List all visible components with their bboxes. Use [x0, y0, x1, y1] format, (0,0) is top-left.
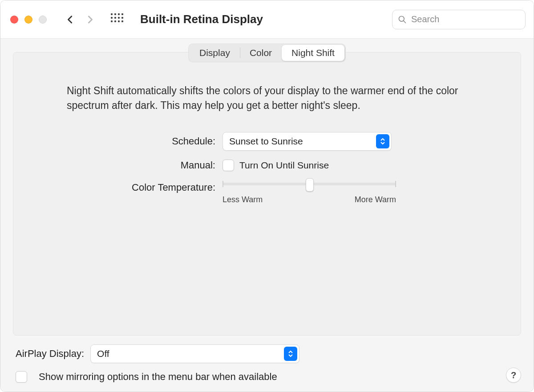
forward-button [85, 15, 95, 24]
slider-track [222, 183, 396, 185]
toolbar: Built-in Retina Display [0, 0, 534, 39]
zoom-window-button [39, 16, 47, 24]
slider-labels: Less Warm More Warm [222, 195, 396, 204]
colortemp-label: Color Temperature: [98, 180, 222, 193]
search-icon [398, 15, 407, 24]
tab-color[interactable]: Color [240, 45, 282, 61]
close-window-button[interactable] [10, 16, 18, 24]
colortemp-row: Color Temperature: Less Warm More Warm [98, 180, 436, 204]
bottom-area: AirPlay Display: Off Show mirroring opti… [13, 336, 521, 383]
night-shift-form: Schedule: Sunset to Sunrise Manual: [98, 132, 436, 204]
popup-stepper-icon [376, 134, 389, 148]
slider-thumb[interactable] [306, 178, 314, 192]
tab-night-shift[interactable]: Night Shift [282, 45, 344, 61]
night-shift-description: Night Shift automatically shifts the col… [67, 84, 467, 113]
schedule-popup[interactable]: Sunset to Sunrise [222, 132, 392, 151]
manual-checkbox[interactable] [222, 160, 234, 171]
schedule-value: Sunset to Sunrise [229, 136, 303, 147]
schedule-label: Schedule: [98, 136, 222, 147]
manual-label: Manual: [98, 160, 222, 171]
settings-panel: Display Color Night Shift Night Shift au… [13, 52, 521, 336]
slider-max-label: More Warm [355, 195, 396, 204]
airplay-value: Off [97, 348, 109, 359]
minimize-window-button[interactable] [24, 16, 32, 24]
mirroring-row: Show mirroring options in the menu bar w… [16, 371, 518, 383]
page-title: Built-in Retina Display [140, 12, 263, 26]
window-controls [10, 16, 47, 24]
airplay-label: AirPlay Display: [16, 348, 84, 360]
manual-checkbox-label: Turn On Until Sunrise [239, 160, 329, 171]
preferences-window: Built-in Retina Display Display Color Ni… [0, 0, 534, 392]
airplay-popup[interactable]: Off [90, 344, 299, 363]
colortemp-slider[interactable]: Less Warm More Warm [222, 180, 396, 204]
slider-min-label: Less Warm [222, 195, 263, 204]
back-button[interactable] [65, 15, 75, 24]
help-button[interactable]: ? [506, 368, 521, 383]
body: Display Color Night Shift Night Shift au… [0, 39, 534, 392]
search-field[interactable] [392, 10, 526, 29]
show-all-prefs-button[interactable] [111, 13, 123, 26]
tabs: Display Color Night Shift [188, 44, 346, 62]
airplay-row: AirPlay Display: Off [16, 344, 518, 363]
svg-line-1 [404, 20, 406, 23]
search-input[interactable] [411, 14, 520, 24]
nav-arrows [65, 15, 95, 24]
manual-row: Manual: Turn On Until Sunrise [98, 160, 436, 171]
mirroring-checkbox[interactable] [16, 371, 27, 383]
mirroring-label: Show mirroring options in the menu bar w… [39, 371, 277, 383]
tab-display[interactable]: Display [190, 45, 240, 61]
popup-stepper-icon [284, 347, 297, 361]
schedule-row: Schedule: Sunset to Sunrise [98, 132, 436, 151]
